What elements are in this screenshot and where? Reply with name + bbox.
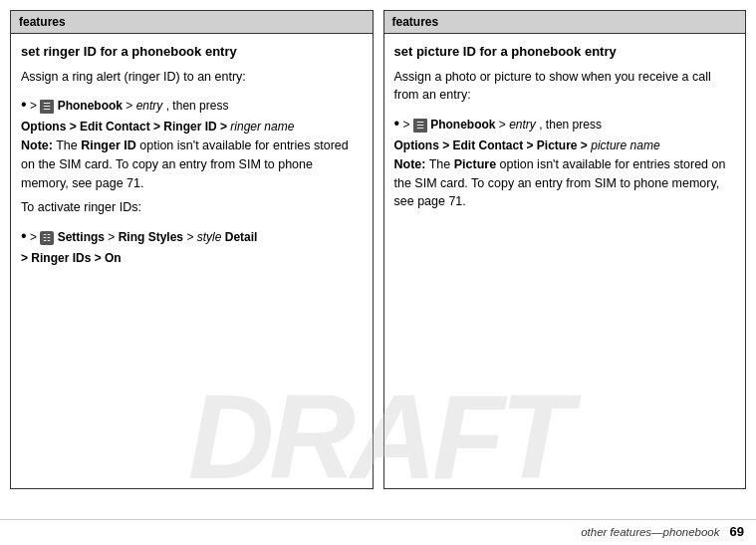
- right-feature-title: set picture ID for a phonebook entry: [394, 42, 736, 62]
- note-text-left: The: [56, 138, 81, 152]
- note-label-right: Note:: [394, 157, 426, 171]
- right-nav1-bullet: •: [394, 115, 400, 132]
- nav2-settings: Settings: [58, 230, 105, 244]
- left-paragraph1: Assign a ring alert (ringer ID) to an en…: [21, 68, 363, 87]
- left-feature-body: set ringer ID for a phonebook entry Assi…: [11, 34, 373, 488]
- nav1-ringer-name: ringer name: [230, 120, 294, 134]
- right-nav1-picture-name: picture name: [591, 138, 659, 152]
- right-nav1-phonebook: Phonebook: [430, 118, 495, 132]
- nav2-ringer-ids: > Ringer IDs >: [21, 251, 105, 265]
- right-feature-box: features set picture ID for a phonebook …: [383, 10, 747, 489]
- nav2-style: style: [197, 230, 222, 244]
- left-feature-box: features set ringer ID for a phonebook e…: [10, 10, 374, 489]
- page-number: 69: [730, 524, 744, 539]
- right-paragraph1: Assign a photo or picture to show when y…: [394, 68, 736, 106]
- nav2-on: On: [105, 251, 122, 265]
- left-paragraph2: To activate ringer IDs:: [21, 198, 363, 217]
- left-nav2: • > ☷ Settings > Ring Styles > style Det…: [21, 223, 363, 268]
- nav1-phonebook: Phonebook: [58, 99, 123, 113]
- nav1-entry: entry: [136, 99, 163, 113]
- right-nav1-text2: >: [499, 118, 509, 132]
- nav2-bullet: •: [21, 227, 27, 244]
- right-note: Note: The Picture option isn't available…: [394, 155, 736, 211]
- nav1-text1: >: [30, 99, 40, 113]
- nav2-text1: >: [30, 230, 40, 244]
- right-nav1-options: Options > Edit Contact > Picture >: [394, 138, 592, 152]
- phonebook-icon-right: ☰: [413, 119, 427, 133]
- picture-bold: Picture: [454, 157, 496, 171]
- footer-label: other features—phonebook: [581, 526, 719, 538]
- page-container: DRAFT features set ringer ID for a phone…: [0, 0, 756, 545]
- nav1-options: Options > Edit Contact > Ringer ID >: [21, 120, 230, 134]
- right-feature-header: features: [384, 11, 746, 34]
- note-text-right: The: [429, 157, 454, 171]
- left-note: Note: The Ringer ID option isn't availab…: [21, 136, 363, 192]
- nav2-ringstyles: Ring Styles: [119, 230, 183, 244]
- nav1-bullet: •: [21, 96, 27, 113]
- right-nav1-text1: >: [402, 118, 412, 132]
- settings-icon-left: ☷: [40, 231, 54, 245]
- left-feature-header: features: [11, 11, 373, 34]
- note-label-left: Note:: [21, 138, 53, 152]
- footer-bar: other features—phonebook 69: [0, 519, 756, 545]
- nav1-text2: >: [126, 99, 135, 113]
- main-content: features set ringer ID for a phonebook e…: [0, 0, 756, 519]
- left-feature-title: set ringer ID for a phonebook entry: [21, 42, 363, 62]
- right-feature-body: set picture ID for a phonebook entry Ass…: [384, 34, 746, 488]
- right-nav1-entry: entry: [509, 118, 536, 132]
- nav2-detail: Detail: [225, 230, 258, 244]
- ringer-id-bold: Ringer ID: [81, 138, 136, 152]
- nav2-text3: >: [186, 230, 196, 244]
- phonebook-icon-left: ☰: [40, 100, 54, 114]
- nav2-text2: >: [108, 230, 118, 244]
- left-nav1: • > ☰ Phonebook > entry , then press Opt…: [21, 92, 363, 136]
- right-nav1-text3: , then press: [539, 118, 602, 132]
- right-nav1: • > ☰ Phonebook > entry , then press Opt…: [394, 111, 736, 155]
- nav1-text3: , then press: [166, 99, 229, 113]
